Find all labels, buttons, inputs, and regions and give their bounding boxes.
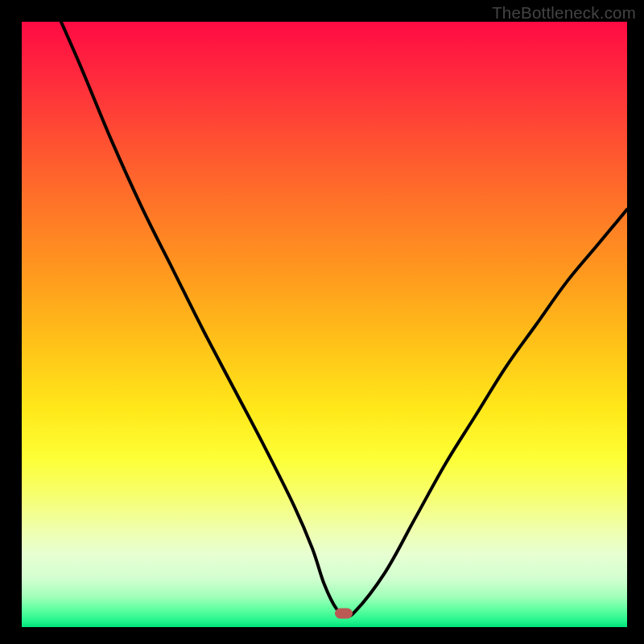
bottleneck-curve [61, 22, 627, 616]
minimum-marker [335, 609, 353, 619]
curve-svg [22, 22, 627, 627]
plot-area [22, 22, 627, 627]
chart-container: TheBottleneck.com [0, 0, 644, 644]
watermark-text: TheBottleneck.com [492, 3, 636, 23]
